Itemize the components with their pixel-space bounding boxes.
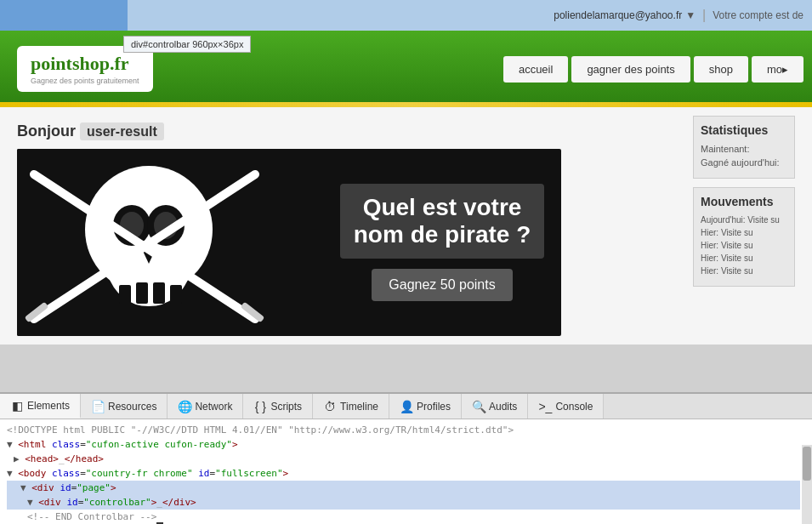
logo-sub: Gagnez des points gratuitement	[31, 77, 139, 85]
content-area: Bonjour user-result	[0, 107, 812, 345]
timeline-icon: ⏱	[323, 400, 337, 413]
code-line: ▶ <head>_</head>	[7, 452, 800, 466]
code-line: <!DOCTYPE html PUBLIC "-//W3C//DTD HTML …	[7, 423, 800, 437]
code-line: ▼ <div id="controlbar">_</div>	[7, 495, 800, 510]
tab-scripts-label: Scripts	[270, 401, 302, 413]
profiles-icon: 👤	[400, 400, 413, 413]
tab-audits[interactable]: 🔍 Audits	[462, 394, 528, 419]
user-email-area: poliendelamarque@yahoo.fr ▼	[554, 9, 696, 21]
greeting-text: Bonjour	[17, 122, 76, 140]
code-line: <!-- END Controlbar -->	[7, 510, 800, 524]
svg-rect-5	[170, 285, 182, 304]
tab-timeline-label: Timeline	[340, 401, 378, 413]
code-line: ▼ <body class="country-fr chrome" id="fu…	[7, 466, 800, 481]
nav-shop[interactable]: shop	[694, 56, 748, 83]
mouvement-row: Hier: Visite su	[701, 228, 787, 237]
nav-accueil[interactable]: accueil	[503, 56, 568, 83]
gagne-label: Gagné aujourd'hui:	[701, 157, 780, 168]
banner-question: Quel est votre nom de pirate ?	[340, 184, 544, 259]
tab-scripts[interactable]: { } Scripts	[243, 394, 313, 419]
gold-bar	[0, 102, 812, 107]
resources-icon: 📄	[91, 400, 105, 413]
scrollbar[interactable]	[802, 445, 812, 524]
separator: |	[702, 8, 706, 23]
tab-resources-label: Resources	[108, 401, 156, 413]
dropdown-icon[interactable]: ▼	[685, 9, 696, 21]
skull-image	[17, 149, 323, 336]
logo-text: pointshop.fr	[31, 53, 139, 75]
scripts-icon: { }	[253, 400, 267, 413]
greeting: Bonjour user-result	[17, 116, 679, 149]
mouvement-row: Hier: Visite su	[701, 253, 787, 263]
pirate-banner: Quel est votre nom de pirate ? Gagnez 50…	[17, 149, 561, 336]
stats-title: Statistiques	[701, 123, 787, 137]
stats-box: Statistiques Maintenant: Gagné aujourd'h…	[693, 116, 795, 179]
network-icon: 🌐	[178, 400, 191, 413]
username-badge: user-result	[80, 122, 164, 140]
tab-audits-label: Audits	[489, 401, 517, 413]
maintenant-label: Maintenant:	[701, 144, 749, 154]
tab-profiles[interactable]: 👤 Profiles	[389, 394, 462, 419]
top-bar: div#controlbar 960px×36px poliendelamarq…	[0, 0, 812, 31]
site-nav: accueil gagner des points shop mo▸	[503, 56, 803, 83]
banner-cta-button[interactable]: Gagnez 50 points	[372, 269, 512, 301]
mouvements-title: Mouvements	[701, 195, 787, 208]
site-header: pointshop.fr Gagnez des points gratuitem…	[0, 31, 812, 107]
account-link[interactable]: Votre compte est de	[713, 9, 803, 21]
stat-maintenant: Maintenant:	[701, 144, 787, 154]
mouvements-box: Mouvements Aujourd'hui: Visite su Hier: …	[693, 187, 795, 287]
elements-icon: ◧	[10, 399, 24, 413]
devtools-panel: ◧ Elements 📄 Resources 🌐 Network { } Scr…	[0, 392, 812, 524]
nav-gagner[interactable]: gagner des points	[571, 56, 690, 83]
tab-profiles-label: Profiles	[417, 401, 451, 413]
question-line1: Quel est votre	[363, 194, 522, 220]
tab-console[interactable]: >_ Console	[528, 394, 604, 419]
top-bar-accent	[0, 0, 128, 31]
scrollbar-thumb[interactable]	[803, 447, 811, 481]
tooltip-text: div#controlbar 960px×36px	[131, 39, 243, 49]
tab-network-label: Network	[195, 401, 232, 413]
mouvement-row: Hier: Visite su	[701, 266, 787, 276]
code-line: ▼ <html class="cufon-active cufon-ready"…	[7, 437, 800, 452]
tab-timeline[interactable]: ⏱ Timeline	[313, 394, 389, 419]
mouvement-row: Hier: Visite su	[701, 241, 787, 250]
devtools-tabs: ◧ Elements 📄 Resources 🌐 Network { } Scr…	[0, 394, 812, 419]
user-email: poliendelamarque@yahoo.fr	[554, 9, 682, 21]
svg-rect-2	[119, 285, 131, 304]
code-line: ▼ <div id="page">	[7, 481, 800, 495]
nav-more[interactable]: mo▸	[752, 56, 803, 83]
sidebar: Statistiques Maintenant: Gagné aujourd'h…	[693, 116, 795, 336]
console-icon: >_	[538, 400, 552, 413]
banner-text-area: Quel est votre nom de pirate ? Gagnez 50…	[323, 149, 561, 336]
question-line2: nom de pirate ?	[354, 221, 531, 248]
tab-console-label: Console	[555, 401, 593, 413]
svg-rect-4	[153, 282, 165, 304]
element-tooltip: div#controlbar 960px×36px	[123, 36, 251, 53]
tab-resources[interactable]: 📄 Resources	[81, 394, 168, 419]
tab-elements-label: Elements	[27, 400, 70, 412]
devtools-content: <!DOCTYPE html PUBLIC "-//W3C//DTD HTML …	[0, 419, 812, 524]
tab-elements[interactable]: ◧ Elements	[0, 394, 81, 419]
audits-icon: 🔍	[472, 400, 485, 413]
svg-rect-3	[136, 282, 148, 304]
site-logo[interactable]: pointshop.fr Gagnez des points gratuitem…	[17, 46, 153, 92]
main-left: Bonjour user-result	[17, 116, 679, 336]
mouvement-row: Aujourd'hui: Visite su	[701, 215, 787, 225]
stat-gagne: Gagné aujourd'hui:	[701, 157, 787, 168]
tab-network[interactable]: 🌐 Network	[168, 394, 243, 419]
